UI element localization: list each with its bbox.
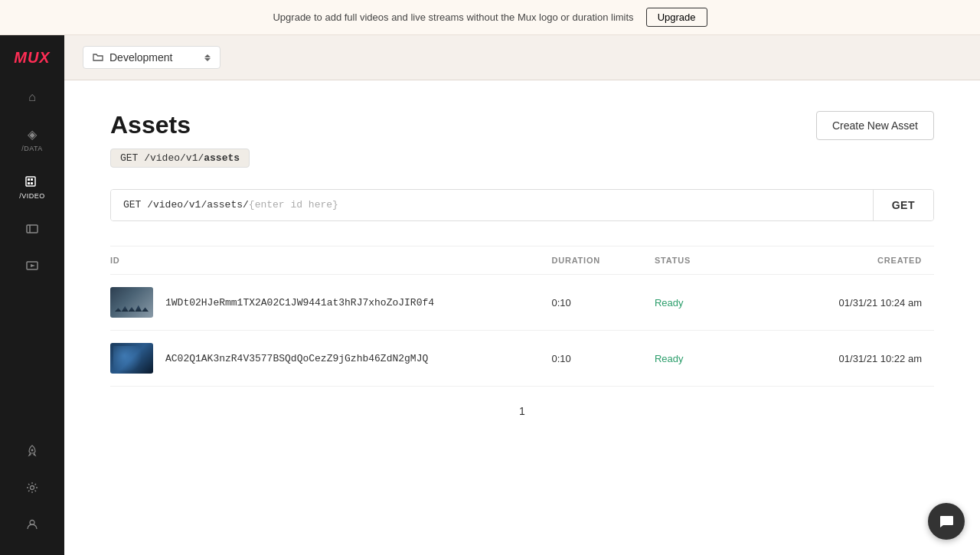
rocket-icon (24, 443, 40, 459)
api-method: GET (120, 152, 138, 164)
thumb-cell: 1WDt02HJeRmm1TX2A02C1JW9441at3hRJ7xhoZoJ… (110, 287, 527, 318)
sidebar-item-user[interactable] (0, 506, 64, 543)
sidebar-item-rocket[interactable] (0, 433, 64, 469)
search-input-area[interactable] (351, 190, 873, 220)
clips-icon (24, 221, 40, 237)
streams-icon (24, 258, 40, 273)
selector-chevron (204, 54, 211, 61)
table-row[interactable]: AC02Q1AK3nzR4V3577BSQdQoCezZ9jGzhb46ZdN2… (110, 331, 934, 387)
chat-icon (938, 513, 955, 530)
asset-id-cell: AC02Q1AK3nzR4V3577BSQdQoCezZ9jGzhb46ZdN2… (110, 331, 539, 387)
environment-name: Development (109, 51, 173, 64)
search-prefix-text: GET /video/v1/assets/ (123, 199, 249, 211)
sidebar-item-streams[interactable] (0, 247, 64, 284)
asset-status: Ready (642, 331, 745, 387)
sidebar-bottom (0, 433, 64, 555)
svg-rect-2 (28, 182, 30, 184)
sidebar: MUX ⌂ ◈ /DATA /VIDEO (0, 35, 64, 555)
page-title: Assets (110, 111, 250, 139)
upgrade-banner: Upgrade to add full videos and live stre… (0, 0, 980, 35)
video-icon (24, 174, 40, 189)
assets-table: ID DURATION STATUS CREATED 1WDt02HJeRmm1… (110, 246, 934, 387)
home-icon: ⌂ (24, 90, 40, 105)
api-endpoint: assets (204, 152, 240, 164)
svg-rect-4 (31, 182, 33, 184)
current-page: 1 (519, 405, 525, 417)
asset-created: 01/31/21 10:24 am (745, 275, 934, 331)
table-body: 1WDt02HJeRmm1TX2A02C1JW9441at3hRJ7xhoZoJ… (110, 275, 934, 387)
asset-status: Ready (642, 275, 745, 331)
sidebar-item-video[interactable]: /VIDEO (0, 163, 64, 211)
asset-created: 01/31/21 10:22 am (745, 331, 934, 387)
svg-rect-0 (26, 177, 35, 186)
page-header: Assets GET /video/v1/assets Create New A… (110, 111, 934, 168)
table-row[interactable]: 1WDt02HJeRmm1TX2A02C1JW9441at3hRJ7xhoZoJ… (110, 275, 934, 331)
video-thumbnail (110, 287, 153, 318)
col-header-duration: DURATION (539, 246, 642, 275)
sidebar-item-settings[interactable] (0, 469, 64, 506)
user-icon (24, 517, 40, 532)
col-header-status: STATUS (642, 246, 745, 275)
api-path: /video/v1/ (144, 152, 204, 164)
svg-rect-1 (28, 178, 30, 181)
asset-duration: 0:10 (539, 275, 642, 331)
sidebar-item-data[interactable]: ◈ /DATA (0, 116, 64, 163)
sidebar-item-clips[interactable] (0, 211, 64, 247)
app-body: MUX ⌂ ◈ /DATA /VIDEO (0, 35, 980, 555)
banner-message: Upgrade to add full videos and live stre… (273, 11, 633, 23)
upgrade-button[interactable]: Upgrade (646, 8, 707, 27)
svg-marker-8 (31, 264, 35, 267)
api-badge: GET /video/v1/assets (110, 149, 250, 168)
table-header: ID DURATION STATUS CREATED (110, 246, 934, 275)
sidebar-video-label: /VIDEO (19, 192, 45, 200)
environment-selector[interactable]: Development (83, 46, 220, 69)
thumb-cell: AC02Q1AK3nzR4V3577BSQdQoCezZ9jGzhb46ZdN2… (110, 343, 527, 374)
main-inner: Assets GET /video/v1/assets Create New A… (64, 80, 980, 555)
sidebar-nav: ⌂ ◈ /DATA /VIDEO (0, 79, 64, 433)
asset-id-cell: 1WDt02HJeRmm1TX2A02C1JW9441at3hRJ7xhoZoJ… (110, 275, 539, 331)
sidebar-item-home[interactable]: ⌂ (0, 79, 64, 116)
asset-id: AC02Q1AK3nzR4V3577BSQdQoCezZ9jGzhb46ZdN2… (165, 353, 428, 364)
search-prefix: GET /video/v1/assets/{enter id here} (111, 190, 351, 220)
gear-icon (24, 480, 40, 495)
col-header-created: CREATED (745, 246, 934, 275)
sidebar-data-label: /DATA (21, 145, 43, 152)
asset-duration: 0:10 (539, 331, 642, 387)
video-thumbnail (110, 343, 153, 374)
search-get-button[interactable]: GET (873, 190, 933, 220)
folder-icon (93, 52, 103, 63)
svg-point-9 (31, 449, 34, 452)
asset-id: 1WDt02HJeRmm1TX2A02C1JW9441at3hRJ7xhoZoJ… (165, 297, 434, 309)
svg-rect-5 (27, 225, 38, 233)
data-icon: ◈ (24, 126, 40, 142)
svg-rect-3 (31, 178, 33, 181)
search-placeholder: {enter id here} (249, 199, 338, 211)
svg-point-10 (31, 486, 34, 490)
pagination: 1 (110, 387, 934, 429)
create-asset-button[interactable]: Create New Asset (816, 111, 934, 140)
main-content: Assets GET /video/v1/assets Create New A… (64, 80, 980, 555)
page-title-area: Assets GET /video/v1/assets (110, 111, 250, 168)
col-header-id: ID (110, 246, 539, 275)
sub-nav: Development (64, 35, 980, 80)
search-bar: GET /video/v1/assets/{enter id here} GET (110, 189, 934, 221)
mux-logo: MUX (14, 35, 50, 79)
chat-button[interactable] (928, 503, 965, 540)
